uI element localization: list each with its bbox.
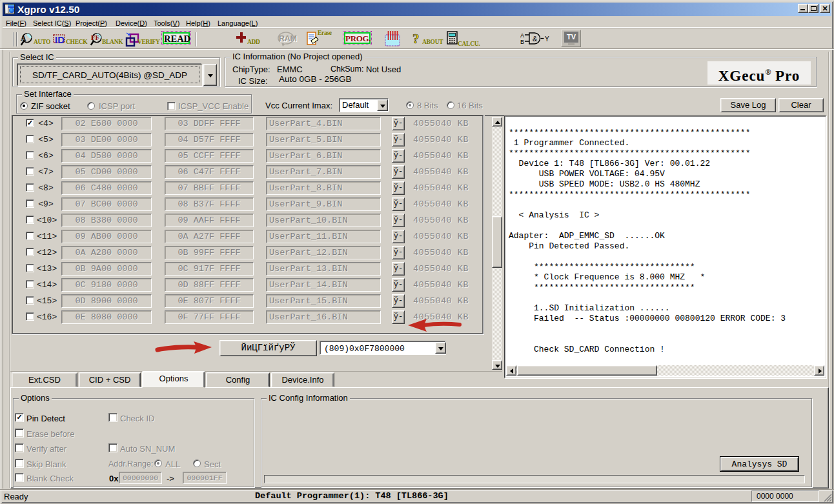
svg-text:Y: Y — [545, 35, 549, 43]
svg-text:&: & — [533, 35, 538, 43]
svg-text:B: B — [520, 39, 524, 45]
svg-text:ID: ID — [55, 34, 65, 45]
svg-text:A: A — [21, 34, 26, 43]
svg-text:FF: FF — [91, 34, 100, 41]
svg-text:?: ? — [412, 31, 420, 46]
svg-text:A: A — [520, 32, 524, 39]
